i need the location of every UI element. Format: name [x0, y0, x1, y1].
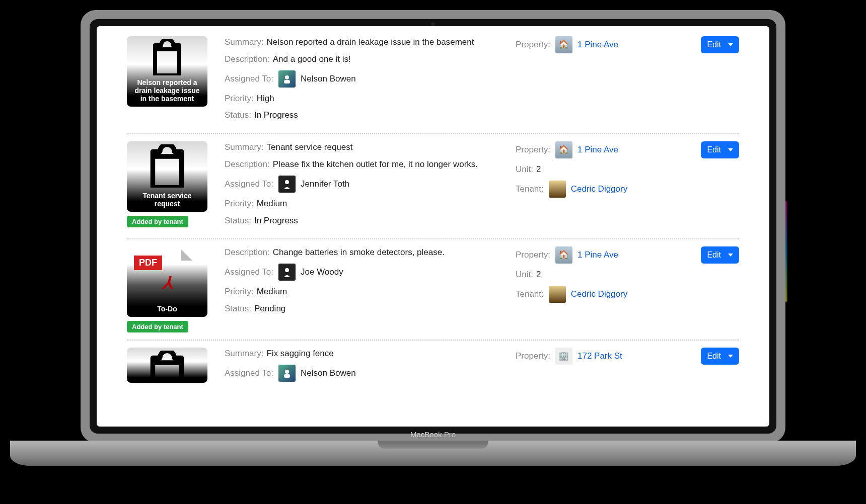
- ticket-thumbnail-wrap: PDF ⅄ To-Do Added by tenant: [127, 246, 212, 332]
- priority-label: Priority:: [225, 286, 254, 298]
- page-fold-icon: [181, 249, 192, 261]
- chevron-down-icon: [728, 148, 733, 151]
- ticket-row: Nelson reported a drain leakage issue in…: [127, 36, 739, 133]
- screen-bezel: Nelson reported a drain leakage issue in…: [90, 19, 776, 434]
- svg-point-3: [285, 268, 289, 272]
- unit-value: 2: [536, 269, 541, 281]
- tenant-link[interactable]: Cedric Diggory: [571, 183, 627, 195]
- assigned-to-value: Nelson Bowen: [301, 73, 356, 85]
- ticket-row: Tenant service request Added by tenant S…: [127, 133, 739, 238]
- status-value: Pending: [254, 303, 285, 315]
- svg-rect-1: [284, 80, 290, 83]
- ticket-thumbnail[interactable]: Tenant service request: [127, 141, 207, 212]
- ticket-meta: Property: 🏠 1 Pine Ave Unit: 2 Tenant: C…: [516, 246, 667, 332]
- summary-value: Nelson reported a drain leakage issue in…: [266, 36, 474, 48]
- summary-label: Summary:: [225, 141, 263, 153]
- assignee-avatar[interactable]: [278, 176, 296, 193]
- priority-label: Priority:: [225, 198, 254, 210]
- edit-button[interactable]: Edit: [701, 246, 739, 264]
- ticket-details: Summary: Fix sagging fence Assigned To: …: [225, 348, 503, 387]
- assignee-avatar[interactable]: [278, 70, 296, 88]
- edit-button-label: Edit: [707, 145, 721, 154]
- description-label: Description:: [225, 158, 270, 171]
- summary-label: Summary:: [225, 36, 263, 48]
- property-label: Property:: [516, 350, 550, 362]
- clipboard-icon: [146, 39, 188, 75]
- ticket-row: Summary: Fix sagging fence Assigned To: …: [127, 340, 739, 394]
- chevron-down-icon: [728, 43, 733, 46]
- added-by-tenant-badge: Added by tenant: [127, 216, 188, 227]
- property-link[interactable]: 1 Pine Ave: [578, 39, 618, 51]
- edit-button[interactable]: Edit: [701, 141, 739, 158]
- assignee-avatar[interactable]: [278, 264, 296, 281]
- ticket-thumbnail[interactable]: PDF ⅄ To-Do: [127, 246, 207, 317]
- status-label: Status:: [225, 109, 251, 121]
- tenant-avatar[interactable]: [549, 286, 566, 303]
- status-value: In Progress: [254, 109, 298, 121]
- assignee-avatar[interactable]: [278, 365, 296, 382]
- property-avatar[interactable]: 🏠: [555, 246, 572, 264]
- assigned-to-label: Assigned To:: [225, 178, 273, 190]
- ticket-details: Description: Change batteries in smoke d…: [225, 246, 503, 332]
- summary-value: Tenant service request: [266, 141, 352, 153]
- edit-button-label: Edit: [707, 352, 721, 361]
- ticket-thumbnail[interactable]: [127, 348, 207, 383]
- ticket-meta: Property: 🏠 1 Pine Ave Unit: 2 Tenant: C…: [516, 141, 667, 231]
- ticket-thumbnail-wrap: Nelson reported a drain leakage issue in…: [127, 36, 212, 126]
- assigned-to-value: Nelson Bowen: [301, 367, 356, 379]
- edit-button[interactable]: Edit: [701, 36, 739, 53]
- added-by-tenant-badge: Added by tenant: [127, 321, 188, 332]
- chevron-down-icon: [728, 355, 733, 358]
- ticket-details: Summary: Nelson reported a drain leakage…: [225, 36, 503, 126]
- unit-label: Unit:: [516, 269, 533, 281]
- ticket-thumbnail[interactable]: Nelson reported a drain leakage issue in…: [127, 36, 207, 107]
- edit-button[interactable]: Edit: [701, 348, 739, 365]
- summary-value: Fix sagging fence: [266, 348, 333, 360]
- pdf-badge: PDF: [134, 256, 162, 270]
- assigned-to-label: Assigned To:: [225, 367, 273, 379]
- description-label: Description:: [225, 53, 270, 65]
- ticket-actions: Edit: [679, 348, 739, 387]
- edit-button-label: Edit: [707, 40, 721, 49]
- ticket-actions: Edit: [679, 36, 739, 126]
- pdf-icon: ⅄: [162, 273, 173, 293]
- status-value: In Progress: [254, 215, 298, 227]
- svg-rect-5: [284, 374, 290, 378]
- ticket-actions: Edit: [679, 246, 739, 332]
- svg-point-0: [285, 75, 289, 79]
- unit-value: 2: [536, 163, 541, 176]
- property-link[interactable]: 1 Pine Ave: [578, 249, 618, 261]
- description-value: Change batteries in smoke detectors, ple…: [273, 246, 445, 259]
- priority-label: Priority:: [225, 93, 254, 105]
- tenant-label: Tenant:: [516, 288, 544, 300]
- thumbnail-caption: Nelson reported a drain leakage issue in…: [131, 78, 203, 103]
- property-link[interactable]: 172 Park St: [578, 350, 622, 362]
- property-avatar[interactable]: 🏢: [555, 348, 572, 365]
- ticket-actions: Edit: [679, 141, 739, 231]
- property-avatar[interactable]: 🏠: [555, 36, 572, 53]
- summary-label: Summary:: [225, 348, 263, 360]
- description-label: Description:: [225, 246, 270, 259]
- assigned-to-label: Assigned To:: [225, 73, 273, 85]
- device-label: MacBook Pro: [410, 430, 456, 439]
- tenant-link[interactable]: Cedric Diggory: [571, 288, 627, 300]
- clipboard-icon: [142, 144, 192, 188]
- assigned-to-value: Jennifer Toth: [301, 178, 349, 190]
- tenant-label: Tenant:: [516, 183, 544, 195]
- ticket-details: Summary: Tenant service request Descript…: [225, 141, 503, 231]
- property-label: Property:: [516, 249, 550, 261]
- tenant-avatar[interactable]: [549, 181, 566, 198]
- status-label: Status:: [225, 215, 251, 227]
- priority-value: Medium: [257, 286, 287, 298]
- ticket-meta: Property: 🏠 1 Pine Ave: [516, 36, 667, 126]
- property-avatar[interactable]: 🏠: [555, 141, 572, 158]
- description-value: And a good one it is!: [273, 53, 351, 65]
- ticket-thumbnail-wrap: [127, 348, 212, 387]
- camera-icon: [431, 22, 435, 26]
- ticket-row: PDF ⅄ To-Do Added by tenant Description:…: [127, 238, 739, 340]
- property-link[interactable]: 1 Pine Ave: [578, 144, 618, 156]
- property-label: Property:: [516, 39, 550, 51]
- laptop-base: [10, 441, 856, 466]
- priority-value: High: [257, 93, 274, 105]
- svg-point-2: [285, 180, 289, 184]
